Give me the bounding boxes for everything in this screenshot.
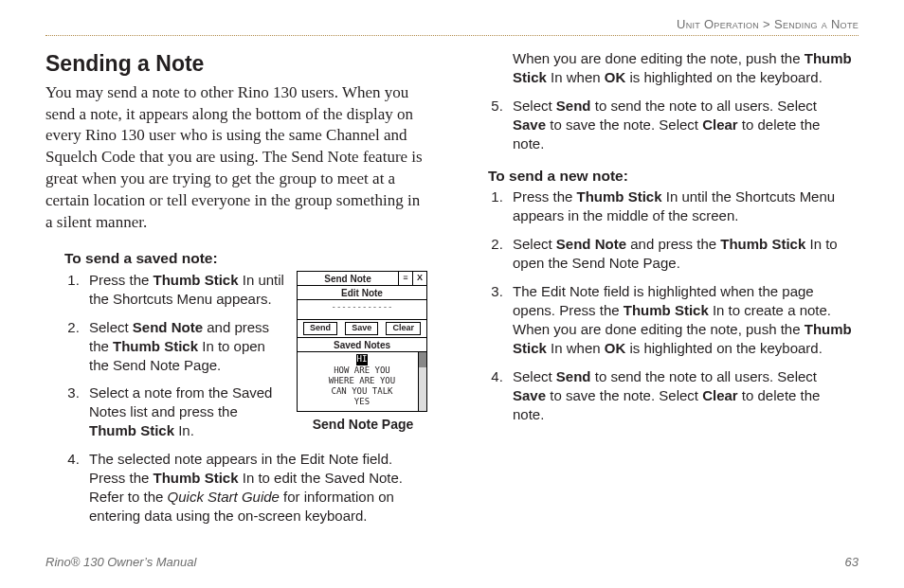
shot-list-3: WHERE ARE YOU xyxy=(329,376,395,385)
shot-button-row: Send Save Clear xyxy=(298,320,426,338)
new-note-heading: To send a new note: xyxy=(488,167,853,187)
footer-manual: Rino® 130 Owner’s Manual xyxy=(45,555,196,569)
right-column: When you are done editing the note, push… xyxy=(469,49,853,535)
screenshot-send-note: Send Note ≡ X Edit Note ------------ Sen… xyxy=(297,271,427,412)
shot-list-2: HOW ARE YOU xyxy=(334,365,390,375)
new-step-1: Press the Thumb Stick In until the Short… xyxy=(507,187,853,225)
shot-title: Send Note xyxy=(298,272,398,285)
saved-step-4-continued: When you are done editing the note, push… xyxy=(513,49,853,87)
breadcrumb-page: Sending a Note xyxy=(774,17,859,31)
breadcrumb-section: Unit Operation xyxy=(677,17,759,31)
saved-step-5: Select Send to send the note to all user… xyxy=(507,97,853,153)
new-step-2: Select Send Note and press the Thumb Sti… xyxy=(507,235,853,273)
shot-btn-save: Save xyxy=(345,322,378,335)
figure-caption: Send Note Page xyxy=(297,416,429,434)
shot-edit-label: Edit Note xyxy=(298,286,426,300)
page-title: Sending a Note xyxy=(45,49,429,79)
intro-paragraph: You may send a note to other Rino 130 us… xyxy=(45,82,429,235)
figure-send-note-page: Send Note ≡ X Edit Note ------------ Sen… xyxy=(297,271,429,433)
new-step-4: Select Send to send the note to all user… xyxy=(507,367,853,424)
new-note-steps: Press the Thumb Stick In until the Short… xyxy=(469,187,853,423)
menu-icon: ≡ xyxy=(398,272,412,285)
close-icon: X xyxy=(412,272,426,285)
new-step-3: The Edit Note field is highlighted when … xyxy=(507,282,853,358)
saved-note-heading: To send a saved note: xyxy=(64,249,429,269)
left-column: Sending a Note You may send a note to ot… xyxy=(45,49,429,535)
breadcrumb: Unit Operation>Sending a Note xyxy=(45,17,859,36)
shot-saved-label: Saved Notes xyxy=(298,338,426,352)
shot-list-4: CAN YOU TALK xyxy=(331,386,392,396)
shot-btn-clear: Clear xyxy=(386,322,421,335)
shot-list-1: HI xyxy=(356,354,369,365)
footer-page-number: 63 xyxy=(845,555,859,569)
shot-list-5: YES xyxy=(354,397,370,406)
saved-step-4: The selected note appears in the Edit No… xyxy=(83,450,429,526)
shot-edit-area: ------------ xyxy=(298,300,426,320)
shot-btn-send: Send xyxy=(303,322,337,335)
page-footer: Rino® 130 Owner’s Manual 63 xyxy=(45,555,859,569)
saved-note-steps-cont: Select Send to send the note to all user… xyxy=(469,97,853,153)
shot-saved-list: HI HOW ARE YOU WHERE ARE YOU CAN YOU TAL… xyxy=(298,352,426,410)
